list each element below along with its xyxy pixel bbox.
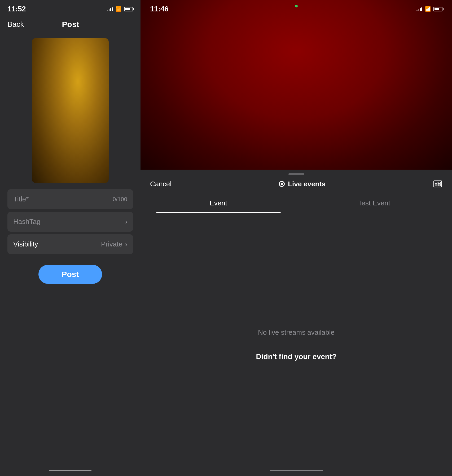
right-signal-bar-3 <box>420 8 421 11</box>
camera-dot <box>295 5 298 7</box>
right-time: 11:46 <box>150 5 168 13</box>
back-button[interactable]: Back <box>7 20 24 29</box>
right-signal-icon <box>416 7 422 11</box>
image-preview-inner <box>32 38 109 183</box>
battery-fill <box>125 8 130 10</box>
sheet-title: Live events <box>288 180 326 188</box>
title-placeholder: Title* <box>13 195 29 203</box>
post-button[interactable]: Post <box>38 265 102 284</box>
signal-icon <box>107 7 113 11</box>
title-count: 0/100 <box>113 196 127 203</box>
image-preview-container <box>0 33 141 189</box>
sheet-header: Cancel Live events <box>141 175 452 193</box>
phone-left: 11:52 📶 Back Post Title* <box>0 0 141 476</box>
right-signal-bar-4 <box>421 7 422 11</box>
signal-bar-2 <box>109 9 110 11</box>
live-indicator-icon <box>279 181 285 187</box>
signal-bar-3 <box>110 8 111 11</box>
left-status-bar: 11:52 📶 <box>0 0 141 16</box>
right-signal-bar-2 <box>418 9 419 11</box>
no-streams-text: No live streams available <box>258 328 335 337</box>
left-time: 11:52 <box>7 5 26 13</box>
left-nav-bar: Back Post <box>0 16 141 33</box>
wifi-icon: 📶 <box>116 6 121 12</box>
hashtag-label: HashTag <box>13 218 41 226</box>
hashtag-field[interactable]: HashTag › <box>7 212 133 232</box>
form-fields: Title* 0/100 HashTag › Visibility Privat… <box>0 189 141 254</box>
battery-icon <box>124 7 133 11</box>
hashtag-chevron-icon: › <box>125 218 127 226</box>
visibility-field-right: Private › <box>101 240 127 248</box>
visibility-label: Visibility <box>13 240 38 248</box>
svg-rect-1 <box>435 182 437 184</box>
svg-rect-4 <box>438 184 440 186</box>
live-background-image: 11:46 📶 <box>141 0 452 170</box>
cancel-button[interactable]: Cancel <box>150 180 172 188</box>
left-status-icons: 📶 <box>107 6 133 12</box>
right-battery-icon <box>433 7 442 11</box>
right-battery-fill <box>435 8 439 10</box>
sheet-tabs: Event Test Event <box>141 193 452 213</box>
right-status-bar: 11:46 📶 <box>141 0 452 16</box>
sheet-handle-area <box>141 170 452 175</box>
hashtag-field-right: › <box>125 218 127 226</box>
signal-bar-1 <box>107 10 108 11</box>
home-indicator-left <box>49 470 91 471</box>
bottom-sheet: Cancel Live events Event Test <box>141 170 452 476</box>
visibility-chevron-icon: › <box>125 241 127 248</box>
right-status-icons: 📶 <box>416 6 442 12</box>
visibility-field[interactable]: Visibility Private › <box>7 234 133 254</box>
fullscreen-svg <box>433 180 442 187</box>
svg-rect-3 <box>435 184 437 186</box>
phone-right: 11:46 📶 Cancel <box>141 0 452 476</box>
tab-test-event-label: Test Event <box>358 199 390 207</box>
svg-rect-0 <box>434 181 442 187</box>
post-button-label: Post <box>62 270 79 279</box>
signal-bar-4 <box>112 7 113 11</box>
sheet-title-area: Live events <box>279 180 326 188</box>
visibility-value: Private <box>101 240 122 248</box>
tab-test-event[interactable]: Test Event <box>296 193 452 213</box>
tab-event-label: Event <box>210 199 227 207</box>
right-wifi-icon: 📶 <box>425 6 431 12</box>
svg-rect-2 <box>438 182 440 184</box>
find-event-text: Didn't find your event? <box>256 352 337 361</box>
sheet-content: No live streams available Didn't find yo… <box>141 213 452 476</box>
fullscreen-icon[interactable] <box>433 179 442 189</box>
right-signal-bar-1 <box>416 10 418 11</box>
home-indicator-right <box>270 470 323 471</box>
image-preview <box>32 38 109 183</box>
page-title: Post <box>62 20 79 29</box>
post-button-container: Post <box>0 254 141 289</box>
title-field[interactable]: Title* 0/100 <box>7 189 133 209</box>
title-field-right: 0/100 <box>113 196 127 203</box>
tab-event[interactable]: Event <box>141 193 296 213</box>
